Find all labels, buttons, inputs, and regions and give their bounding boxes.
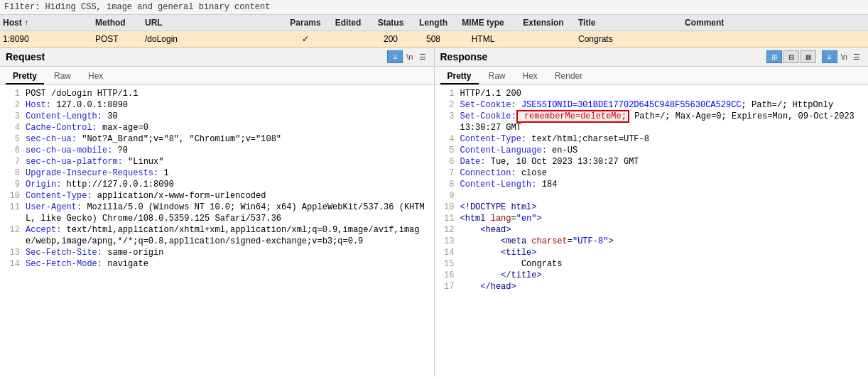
col-header-method[interactable]: Method [92, 16, 142, 29]
row-method: POST [92, 33, 142, 45]
response-line-3: 3 Set-Cookie: rememberMe=deleteMe; Path=… [440, 111, 863, 133]
request-line-3: 3 Content-Length: 30 [6, 111, 428, 122]
response-tab-hex[interactable]: Hex [516, 69, 545, 84]
request-panel-toolbar: ≡ \n ☰ [387, 50, 428, 63]
request-panel-header: Request ≡ \n ☰ [0, 48, 434, 67]
response-line-2: 2 Set-Cookie: JSESSIONID=301BDE17702D645… [440, 99, 863, 111]
main-panels: Request ≡ \n ☰ Pretty Raw Hex 1 POST /do… [0, 48, 868, 377]
request-line-7: 7 sec-ch-ua-platform: "Linux" [6, 156, 428, 167]
response-panel: Response ⊞ ⊟ ⊠ ≡ \n ☰ Pretty Raw Hex Ren… [435, 48, 869, 377]
col-header-extension[interactable]: Extension [511, 16, 575, 29]
request-line-4: 4 Cache-Control: max-age=0 [6, 122, 428, 133]
request-line-11: 11 User-Agent: Mozilla/5.0 (Windows NT 1… [6, 202, 428, 224]
request-panel-content: 1 POST /doLogin HTTP/1.1 2 Host: 127.0.0… [0, 85, 434, 377]
request-line-1: 1 POST /doLogin HTTP/1.1 [6, 88, 428, 99]
col-header-length[interactable]: Length [412, 16, 455, 29]
response-line-4: 4 Content-Type: text/html;charset=UTF-8 [440, 133, 863, 145]
row-length: 508 [412, 33, 455, 45]
request-line-8: 8 Upgrade-Insecure-Requests: 1 [6, 167, 428, 179]
filter-label: Filter: Hiding CSS, image and general bi… [4, 2, 270, 12]
response-panel-content: 1 HTTP/1.1 200 2 Set-Cookie: JSESSIONID=… [435, 85, 869, 377]
response-pretty-mode-btn[interactable]: ≡ [822, 50, 837, 63]
col-header-comment[interactable]: Comment [682, 16, 753, 29]
request-panel: Request ≡ \n ☰ Pretty Raw Hex 1 POST /do… [0, 48, 435, 377]
row-edited [327, 33, 369, 45]
row-comment [682, 33, 753, 45]
request-line-13: 13 Sec-Fetch-Site: same-origin [6, 247, 428, 258]
response-line-10: 10 <!DOCTYPE html> [440, 202, 863, 213]
request-line-14: 14 Sec-Fetch-Mode: navigate [6, 258, 428, 270]
request-tab-raw[interactable]: Raw [47, 69, 78, 84]
row-title: Congrats [575, 33, 682, 45]
row-status: 200 [369, 33, 412, 45]
request-newline-btn[interactable]: \n [404, 52, 415, 62]
response-line-14: 14 <title> [440, 247, 863, 258]
row-params: ✓ [284, 33, 327, 45]
request-line-2: 2 Host: 127.0.0.1:8090 [6, 99, 428, 111]
col-header-url[interactable]: URL [142, 16, 284, 29]
response-line-8: 8 Content-Length: 184 [440, 179, 863, 190]
response-line-11: 11 <html lang="en"> [440, 213, 863, 224]
row-host: 1:8090 [0, 33, 92, 45]
row-extension [511, 33, 575, 45]
row-url: /doLogin [142, 33, 284, 45]
response-tab-raw[interactable]: Raw [482, 69, 513, 84]
response-panel-header: Response ⊞ ⊟ ⊠ ≡ \n ☰ [435, 48, 869, 67]
request-panel-title: Request [6, 51, 45, 62]
response-line-17: 17 </head> [440, 281, 863, 292]
response-tab-render[interactable]: Render [548, 69, 590, 84]
table-row[interactable]: 1:8090 POST /doLogin ✓ 200 508 HTML Cong… [0, 31, 868, 48]
request-tab-pretty[interactable]: Pretty [6, 69, 44, 84]
response-tab-pretty[interactable]: Pretty [440, 69, 479, 84]
request-line-12: 12 Accept: text/html,application/xhtml+x… [6, 224, 428, 247]
row-mime: HTML [455, 33, 511, 45]
response-view-horiz-btn[interactable]: ⊟ [783, 50, 799, 63]
response-line-6: 6 Date: Tue, 10 Oct 2023 13:30:27 GMT [440, 156, 863, 167]
request-line-5: 5 sec-ch-ua: "Not?A_Brand";v="8", "Chrom… [6, 133, 428, 145]
response-line-12: 12 <head> [440, 224, 863, 236]
request-line-10: 10 Content-Type: application/x-www-form-… [6, 190, 428, 202]
request-pretty-mode-btn[interactable]: ≡ [387, 50, 403, 63]
col-header-host[interactable]: Host ↑ [0, 16, 92, 29]
response-line-13: 13 <meta charset="UTF-8"> [440, 236, 863, 247]
response-line-9: 9 [440, 190, 863, 202]
table-header: Host ↑ Method URL Params Edited Status L… [0, 15, 868, 31]
response-line-15: 15 Congrats [440, 258, 863, 270]
request-tabs: Pretty Raw Hex [0, 67, 434, 85]
response-panel-toolbar: ⊞ ⊟ ⊠ ≡ \n ☰ [766, 50, 862, 63]
request-tab-hex[interactable]: Hex [81, 69, 110, 84]
col-header-status[interactable]: Status [369, 16, 412, 29]
col-header-title[interactable]: Title [575, 16, 682, 29]
response-line-16: 16 </title> [440, 270, 863, 281]
col-header-edited[interactable]: Edited [327, 16, 369, 29]
response-panel-title: Response [440, 51, 488, 62]
col-header-params[interactable]: Params [284, 16, 327, 29]
response-line-5: 5 Content-Language: en-US [440, 145, 863, 156]
response-line-1: 1 HTTP/1.1 200 [440, 88, 863, 99]
response-newline-btn[interactable]: \n [839, 52, 850, 62]
response-view-split-btn[interactable]: ⊞ [766, 50, 782, 63]
filter-bar: Filter: Hiding CSS, image and general bi… [0, 0, 868, 15]
response-menu-btn[interactable]: ☰ [851, 52, 862, 62]
request-menu-btn[interactable]: ☰ [417, 52, 428, 62]
response-tabs: Pretty Raw Hex Render [435, 67, 869, 85]
request-line-6: 6 sec-ch-ua-mobile: ?0 [6, 145, 428, 156]
response-view-vert-btn[interactable]: ⊠ [801, 50, 816, 63]
col-header-mime[interactable]: MIME type [455, 16, 511, 29]
response-line-7: 7 Connection: close [440, 167, 863, 179]
request-line-9: 9 Origin: http://127.0.0.1:8090 [6, 179, 428, 190]
